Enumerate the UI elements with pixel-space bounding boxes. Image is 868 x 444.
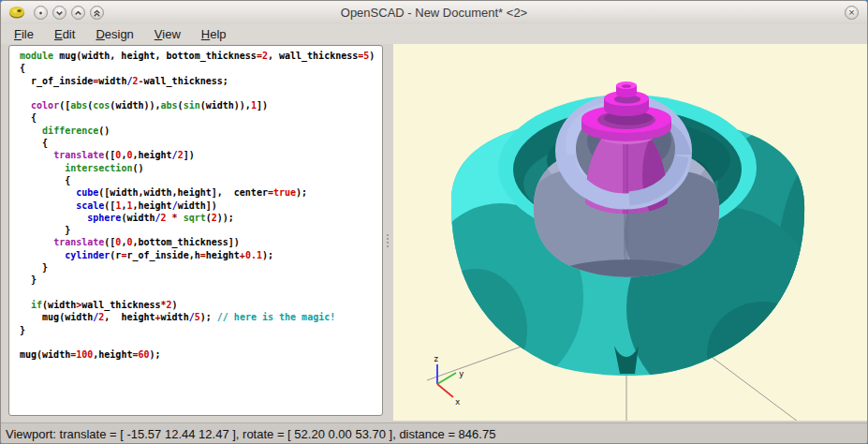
maximize-button[interactable] (71, 6, 85, 20)
close-button[interactable]: × (845, 6, 859, 20)
code-line: intersection() (20, 162, 382, 174)
splitter-dots-icon (387, 232, 390, 249)
code-line: difference() (20, 125, 382, 137)
code-line: if(width>wall_thickness*2) (20, 299, 382, 311)
z-axis-label: z (434, 354, 438, 363)
3d-viewport[interactable]: z y x (393, 44, 868, 421)
code-line: { (20, 174, 382, 186)
menu-edit[interactable]: Edit (44, 26, 85, 42)
code-line: mug(width=100,height=60); (20, 348, 382, 361)
code-editor[interactable]: module mug(width, height, bottom_thickne… (8, 45, 383, 416)
code-line: module mug(width, height, bottom_thickne… (20, 50, 382, 62)
chevron-up-icon (72, 7, 84, 20)
shade-button[interactable] (90, 6, 104, 20)
titlebar[interactable]: OpenSCAD - New Document* <2> × (1, 1, 867, 24)
minimize-button[interactable] (52, 6, 66, 20)
code-line: mug(width/2, height+width/5); // here is… (20, 311, 382, 323)
code-line (20, 287, 382, 299)
code-line: } (20, 224, 382, 236)
menu-view[interactable]: View (144, 26, 191, 42)
menu-file[interactable]: File (4, 26, 44, 42)
code-line (20, 87, 382, 99)
code-line: translate([0,0,height/2]) (20, 149, 382, 161)
close-icon: × (848, 7, 854, 19)
code-line: cylinder(r=r_of_inside,h=height+0.1); (20, 249, 382, 261)
chevron-down-icon (53, 7, 66, 20)
code-line: { (20, 62, 382, 74)
code-line: } (20, 261, 382, 274)
chevron-double-up-icon (91, 7, 103, 20)
menu-design[interactable]: Design (85, 26, 143, 42)
openscad-app-icon (8, 6, 26, 20)
x-axis-label: x (455, 397, 461, 407)
splitter-handle[interactable] (383, 45, 393, 416)
code-line: color([abs(cos(width)),abs(sin(width)),1… (20, 99, 382, 111)
code-line: cube([width,width,height], center=true); (20, 186, 382, 199)
openscad-window: OpenSCAD - New Document* <2> × File Edit… (0, 0, 868, 444)
code-line: translate([0,0,bottom_thickness]) (20, 236, 382, 248)
code-line: r_of_inside=width/2-wall_thickness; (20, 75, 382, 87)
menu-help[interactable]: Help (191, 26, 237, 42)
pin-button[interactable] (34, 6, 48, 20)
code-line (20, 336, 382, 348)
window-title: OpenSCAD - New Document* <2> (341, 1, 527, 24)
y-axis-label: y (459, 369, 464, 378)
dot-icon (35, 7, 47, 20)
code-line: { (20, 111, 382, 124)
code-line: { (20, 137, 382, 149)
code-area[interactable]: module mug(width, height, bottom_thickne… (9, 46, 382, 361)
code-line: } (20, 324, 382, 336)
menubar: File Edit Design View Help (1, 24, 867, 44)
code-line: scale([1,1,height/width]) (20, 200, 382, 212)
code-line: } (20, 274, 382, 286)
render-canvas: z y x (393, 44, 868, 421)
statusbar: Viewport: translate = [ -15.57 12.44 12.… (1, 422, 867, 444)
viewport-status-text: Viewport: translate = [ -15.57 12.44 12.… (1, 427, 495, 441)
code-line: sphere(width/2 * sqrt(2)); (20, 212, 382, 224)
